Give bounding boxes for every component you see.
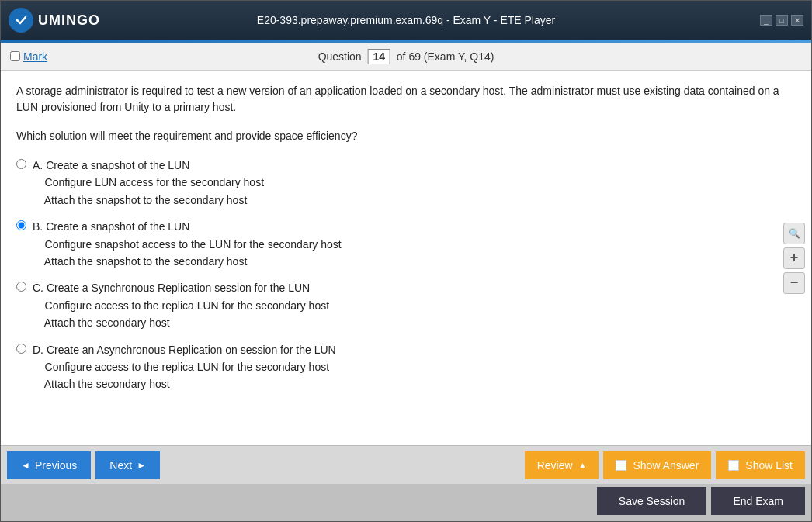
option-d-text: D. Create an Asynchronous Replication on… — [33, 341, 336, 393]
maximize-button[interactable]: □ — [776, 15, 788, 26]
option-b-radio[interactable] — [16, 220, 26, 230]
end-exam-button[interactable]: End Exam — [711, 487, 805, 515]
svg-point-0 — [13, 12, 29, 28]
question-label: Question — [318, 50, 362, 63]
option-c-radio[interactable] — [16, 282, 26, 292]
option-a: A. Create a snapshot of the LUN Configur… — [16, 157, 796, 209]
next-label: Next — [109, 459, 132, 472]
mark-input[interactable] — [10, 51, 20, 61]
toolbar: Mark Question 14 of 69 (Exam Y, Q14) — [1, 43, 811, 71]
question-total: of 69 (Exam Y, Q14) — [397, 50, 494, 63]
action-bar: Save Session End Exam — [1, 484, 811, 521]
zoom-out-button[interactable]: − — [783, 272, 805, 294]
window-controls: _ □ ✕ — [760, 15, 803, 26]
app-window: UMINGO E20-393.prepaway.premium.exam.69q… — [0, 0, 812, 522]
question-number: 14 — [367, 49, 390, 64]
logo: UMINGO — [9, 8, 100, 33]
review-arrow-icon: ▲ — [579, 461, 587, 469]
next-button[interactable]: Next ► — [95, 451, 160, 479]
logo-text: UMINGO — [38, 12, 100, 29]
option-b-text: B. Create a snapshot of the LUN Configur… — [33, 218, 342, 270]
mark-label: Mark — [23, 50, 47, 63]
save-session-button[interactable]: Save Session — [597, 487, 707, 515]
option-d: D. Create an Asynchronous Replication on… — [16, 341, 796, 393]
show-list-button[interactable]: Show List — [716, 451, 805, 479]
search-button[interactable]: 🔍 — [783, 223, 805, 244]
options-list: A. Create a snapshot of the LUN Configur… — [16, 157, 796, 393]
show-answer-checkbox — [616, 460, 626, 471]
bottom-toolbar: ◄ Previous Next ► Review ▲ Show Answer S… — [1, 445, 811, 484]
show-list-label: Show List — [745, 459, 793, 472]
option-d-radio[interactable] — [16, 344, 26, 354]
review-button[interactable]: Review ▲ — [525, 451, 599, 479]
scroll-tools: 🔍 + − — [783, 223, 805, 294]
option-c-text: C. Create a Synchronous Replication sess… — [33, 279, 329, 331]
logo-icon — [9, 8, 33, 33]
title-bar: UMINGO E20-393.prepaway.premium.exam.69q… — [1, 1, 811, 40]
show-answer-button[interactable]: Show Answer — [603, 451, 711, 479]
option-a-text: A. Create a snapshot of the LUN Configur… — [33, 157, 264, 209]
option-a-radio[interactable] — [16, 159, 26, 169]
question-text: A storage administrator is required to t… — [16, 83, 796, 116]
option-b: B. Create a snapshot of the LUN Configur… — [16, 218, 796, 270]
next-arrow-icon: ► — [137, 460, 146, 471]
which-text: Which solution will meet the requirement… — [16, 128, 796, 144]
prev-arrow-icon: ◄ — [21, 460, 30, 471]
show-answer-label: Show Answer — [633, 459, 699, 472]
mark-checkbox[interactable]: Mark — [10, 50, 47, 63]
review-label: Review — [537, 459, 573, 472]
previous-button[interactable]: ◄ Previous — [7, 451, 91, 479]
question-info: Question 14 of 69 (Exam Y, Q14) — [318, 49, 494, 64]
zoom-in-button[interactable]: + — [783, 247, 805, 269]
close-button[interactable]: ✕ — [791, 15, 803, 26]
show-list-checkbox — [728, 460, 739, 471]
window-title: E20-393.prepaway.premium.exam.69q - Exam… — [257, 14, 555, 26]
previous-label: Previous — [35, 459, 77, 472]
option-c: C. Create a Synchronous Replication sess… — [16, 279, 796, 331]
question-content: A storage administrator is required to t… — [1, 71, 811, 445]
minimize-button[interactable]: _ — [760, 15, 772, 26]
